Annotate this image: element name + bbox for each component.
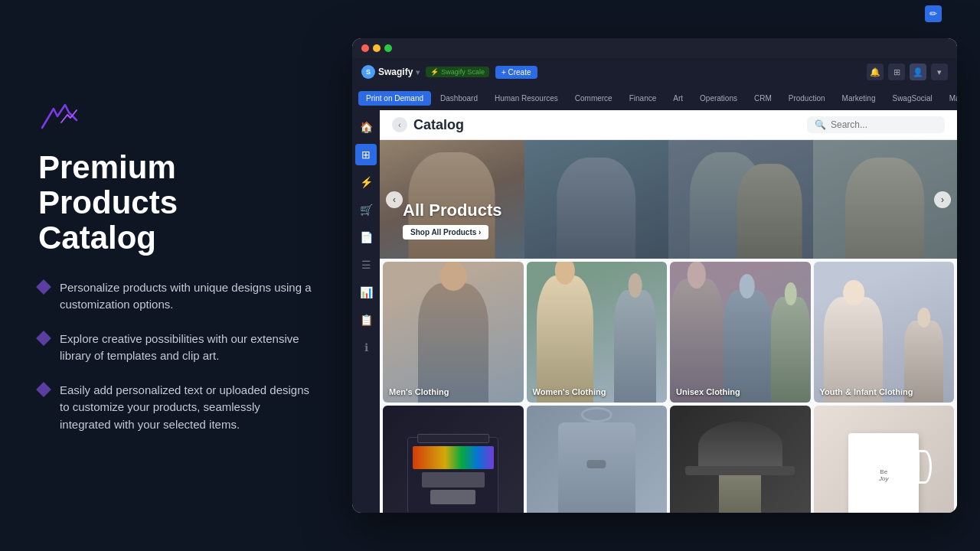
- sidebar-list-icon[interactable]: ☰: [355, 254, 377, 276]
- hero-text: All Products Shop All Products ›: [403, 201, 502, 240]
- category-card-boxes[interactable]: [383, 406, 524, 514]
- category-card-bags[interactable]: [527, 406, 668, 514]
- sidebar-home-icon[interactable]: 🏠: [355, 116, 377, 138]
- hero-cta-button[interactable]: Shop All Products ›: [403, 225, 488, 240]
- tab-print-on-demand[interactable]: Print on Demand: [358, 91, 431, 106]
- hero-next-button[interactable]: ›: [934, 191, 951, 208]
- decoration-icon: [38, 101, 314, 135]
- scale-badge[interactable]: ⚡ Swagify Scale: [426, 67, 489, 77]
- product-grid-top: Men's Clothing Women's Clothing: [380, 259, 957, 406]
- sidebar-cart-icon[interactable]: 🛒: [355, 199, 377, 220]
- category-card-mens[interactable]: Men's Clothing: [383, 262, 524, 403]
- category-card-womens[interactable]: Women's Clothing: [527, 262, 668, 403]
- tab-commerce[interactable]: Commerce: [567, 91, 620, 106]
- diamond-icon: [36, 382, 51, 397]
- hero-prev-button[interactable]: ‹: [386, 191, 403, 208]
- category-card-mugs[interactable]: BeJoy: [814, 406, 955, 514]
- search-bar[interactable]: 🔍: [807, 116, 945, 133]
- tab-dashboard[interactable]: Dashboard: [433, 91, 485, 106]
- sidebar: 🏠 ⊞ ⚡ 🛒 📄 ☰ 📊 📋 ℹ: [352, 110, 380, 513]
- tab-swag-social[interactable]: SwagSocial: [884, 91, 939, 106]
- sidebar-info-icon[interactable]: ℹ: [355, 337, 377, 358]
- back-button[interactable]: ‹: [392, 117, 407, 132]
- browser-dots: [361, 44, 392, 52]
- sidebar-grid-icon[interactable]: ⊞: [355, 144, 377, 165]
- category-card-unisex[interactable]: Unisex Clothing: [670, 262, 811, 403]
- page-title: Premium Products Catalog: [38, 150, 314, 256]
- category-label-mens: Men's Clothing: [389, 387, 449, 396]
- feature-item: Easily add personalized text or uploaded…: [38, 382, 314, 434]
- hero-heading: All Products: [403, 201, 502, 220]
- category-label-womens: Women's Clothing: [533, 387, 606, 396]
- diamond-icon: [36, 279, 51, 295]
- tab-operations[interactable]: Operations: [692, 91, 745, 106]
- logo-area[interactable]: S Swagify ▾: [361, 65, 420, 79]
- catalog-title: Catalog: [413, 117, 464, 133]
- diamond-icon: [36, 331, 51, 346]
- header-icons: 🔔 ⊞ 👤 ▾: [867, 64, 948, 80]
- logo-icon: S: [361, 65, 375, 79]
- avatar[interactable]: 👤: [910, 64, 926, 80]
- main-content: ‹ Catalog 🔍: [380, 110, 957, 513]
- feature-item: Personalize products with unique designs…: [38, 279, 314, 314]
- search-input[interactable]: [831, 119, 946, 130]
- minimize-dot[interactable]: [373, 44, 381, 52]
- hero-banner: All Products Shop All Products › ‹ ›: [380, 140, 957, 259]
- tab-marketing[interactable]: Marketing: [835, 91, 884, 106]
- sidebar-doc-icon[interactable]: 📄: [355, 227, 377, 248]
- browser-chrome: [352, 38, 957, 58]
- tab-art[interactable]: Art: [665, 91, 691, 106]
- tab-crm[interactable]: CRM: [746, 91, 779, 106]
- maximize-dot[interactable]: [384, 44, 392, 52]
- tab-finance[interactable]: Finance: [622, 91, 665, 106]
- browser-body: 🏠 ⊞ ⚡ 🛒 📄 ☰ 📊 📋 ℹ ‹ Catalog 🔍: [352, 110, 957, 513]
- sidebar-flash-icon[interactable]: ⚡: [355, 171, 377, 193]
- nav-tabs: Print on Demand Dashboard Human Resource…: [352, 86, 957, 110]
- search-icon[interactable]: ⊞: [888, 64, 905, 80]
- create-button[interactable]: + Create: [495, 66, 537, 79]
- app-name: Swagify: [378, 67, 413, 77]
- notification-icon[interactable]: 🔔: [867, 64, 884, 80]
- category-card-youth[interactable]: Youth & Infant Clothing: [814, 262, 955, 403]
- chevron-down-icon[interactable]: ▾: [931, 64, 948, 80]
- close-dot[interactable]: [361, 44, 369, 52]
- category-card-hats[interactable]: [670, 406, 811, 514]
- left-panel: Premium Products Catalog Personalize pro…: [0, 55, 352, 496]
- tab-manufacturing[interactable]: Manufacturing: [942, 91, 957, 106]
- category-label-youth: Youth & Infant Clothing: [820, 387, 913, 396]
- app-header: S Swagify ▾ ⚡ Swagify Scale + Create 🔔 ⊞…: [352, 58, 957, 86]
- tab-human-resources[interactable]: Human Resources: [487, 91, 566, 106]
- content-header: ‹ Catalog 🔍: [380, 110, 957, 140]
- feature-list: Personalize products with unique designs…: [38, 279, 314, 434]
- category-label-unisex: Unisex Clothing: [676, 387, 740, 396]
- feature-item: Explore creative possibilities with our …: [38, 331, 314, 365]
- sidebar-box-icon[interactable]: 📋: [355, 309, 377, 331]
- search-icon: 🔍: [815, 119, 826, 130]
- hero-overlay: [380, 140, 957, 259]
- catalog-content: All Products Shop All Products › ‹ ›: [380, 140, 957, 513]
- browser-window: S Swagify ▾ ⚡ Swagify Scale + Create 🔔 ⊞…: [352, 38, 957, 513]
- sidebar-chart-icon[interactable]: 📊: [355, 282, 377, 303]
- tab-production[interactable]: Production: [781, 91, 833, 106]
- product-grid-bottom: BeJoy: [380, 406, 957, 514]
